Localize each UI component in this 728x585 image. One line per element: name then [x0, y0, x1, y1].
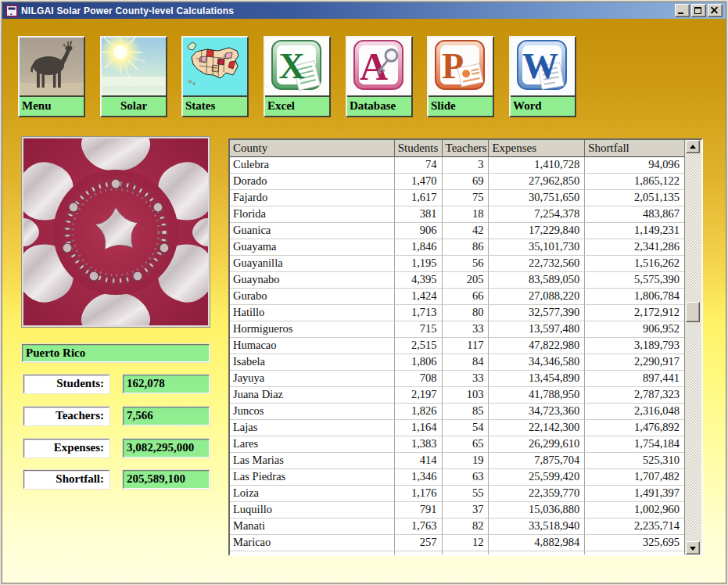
table-row[interactable]: Isabela1,8068434,346,5802,290,917	[230, 354, 684, 371]
table-row[interactable]: Hormigueros7153313,597,480906,952	[230, 321, 684, 338]
table-cell[interactable]: 42	[443, 223, 490, 239]
column-header-county[interactable]: County	[230, 140, 395, 157]
table-row[interactable]: Fajardo1,6177530,751,6502,051,135	[230, 190, 684, 206]
table-cell[interactable]: 66	[443, 289, 490, 305]
table-cell[interactable]: 483,867	[585, 206, 684, 223]
table-cell[interactable]: 82	[443, 519, 490, 535]
table-cell[interactable]: Las Piedras	[230, 469, 395, 486]
table-cell[interactable]: 1,491,397	[585, 486, 684, 502]
table-cell[interactable]: 83,589,050	[489, 272, 585, 289]
table-cell[interactable]: Maricao	[230, 535, 395, 551]
table-cell[interactable]: Guayama	[230, 239, 395, 256]
table-cell[interactable]: 3	[443, 157, 490, 174]
table-row[interactable]: Lajas1,1645422,142,3001,476,892	[230, 420, 684, 436]
table-cell[interactable]: 80	[443, 305, 490, 321]
table-cell[interactable]: 205	[443, 272, 490, 289]
table-cell[interactable]: Luquillo	[230, 502, 395, 519]
table-cell[interactable]: 791	[395, 502, 443, 519]
column-header-expenses[interactable]: Expenses	[489, 140, 585, 157]
table-row[interactable]: Guanica9064217,229,8401,149,231	[230, 223, 684, 239]
scroll-up-button[interactable]	[686, 140, 700, 153]
table-row[interactable]: Humacao2,51511747,822,9803,189,793	[230, 338, 684, 354]
table-row[interactable]: Gurabo1,4246627,088,2201,806,784	[230, 289, 684, 305]
table-cell[interactable]: 94,096	[585, 157, 684, 174]
table-cell[interactable]: Lares	[230, 436, 395, 453]
table-row[interactable]: Loiza1,1765522,359,7701,491,397	[230, 486, 684, 502]
table-cell[interactable]: 906	[395, 223, 443, 239]
table-row[interactable]: Guayama1,8468635,101,7302,341,286	[230, 239, 684, 256]
table-cell[interactable]: Juncos	[230, 404, 395, 420]
table-cell[interactable]: 37	[443, 502, 490, 519]
table-cell[interactable]: 1,826	[395, 404, 443, 420]
table-cell[interactable]: 4,882,984	[489, 535, 585, 551]
table-cell[interactable]: 25,599,420	[489, 469, 585, 486]
toolbar-button-slide[interactable]: P Slide	[427, 36, 494, 117]
table-cell[interactable]: 33	[443, 321, 490, 338]
table-row[interactable]: Culebra7431,410,72894,096	[230, 157, 684, 174]
maximize-button[interactable]	[691, 4, 706, 17]
table-cell[interactable]: 32,577,390	[489, 305, 585, 321]
table-cell[interactable]: 1,754,184	[585, 436, 684, 453]
table-cell[interactable]: 1,164	[395, 420, 443, 436]
table-row[interactable]: Luquillo7913715,036,8801,002,960	[230, 502, 684, 519]
table-cell[interactable]: 34,346,580	[489, 354, 585, 371]
scrollbar-thumb[interactable]	[686, 302, 700, 322]
table-cell[interactable]: 33,518,940	[489, 519, 585, 535]
column-header-teachers[interactable]: Teachers	[443, 140, 490, 157]
table-cell[interactable]: 35,101,730	[489, 239, 585, 256]
table-cell[interactable]: 2,341,286	[585, 239, 684, 256]
table-cell[interactable]: Loiza	[230, 486, 395, 502]
table-cell[interactable]: Hormigueros	[230, 321, 395, 338]
table-cell[interactable]: 26,299,610	[489, 436, 585, 453]
table-cell[interactable]: Manati	[230, 519, 395, 535]
table-cell[interactable]: 17,229,840	[489, 223, 585, 239]
table-cell[interactable]: 2,290,917	[585, 354, 684, 371]
table-cell[interactable]: 1,707,482	[585, 469, 684, 486]
table-cell[interactable]: Dorado	[230, 174, 395, 190]
table-cell[interactable]: 7,875,704	[489, 453, 585, 469]
table-cell[interactable]: 3,189,793	[585, 338, 684, 354]
table-cell[interactable]: 1,195	[395, 256, 443, 272]
table-cell[interactable]: 708	[395, 371, 443, 387]
table-cell[interactable]: Juana Diaz	[230, 387, 395, 404]
table-cell[interactable]: 4,395	[395, 272, 443, 289]
students-value[interactable]: 162,078	[123, 375, 210, 393]
table-cell[interactable]: 715	[395, 321, 443, 338]
table-cell[interactable]: 5,575,390	[585, 272, 684, 289]
table-cell[interactable]: Guayanilla	[230, 256, 395, 272]
table-cell[interactable]: Gurabo	[230, 289, 395, 305]
table-cell[interactable]: Fajardo	[230, 190, 395, 206]
table-cell[interactable]: 55	[443, 486, 490, 502]
table-cell[interactable]: Jayuya	[230, 371, 395, 387]
table-cell[interactable]: 2,051,135	[585, 190, 684, 206]
shortfall-value[interactable]: 205,589,100	[123, 470, 210, 489]
toolbar-button-states[interactable]: States	[181, 36, 249, 117]
table-cell[interactable]: 56	[443, 256, 490, 272]
table-cell[interactable]: 75	[443, 190, 490, 206]
table-cell[interactable]: 325,695	[585, 535, 684, 551]
table-cell[interactable]: 1,763	[395, 519, 443, 535]
minimize-button[interactable]	[675, 4, 690, 17]
table-cell[interactable]: 1,383	[395, 436, 443, 453]
table-cell[interactable]: 34,723,360	[489, 404, 585, 420]
table-row[interactable]: Maricao257124,882,984325,695	[230, 535, 684, 551]
table-cell[interactable]: 1,476,892	[585, 420, 684, 436]
table-row[interactable]: Las Piedras1,3466325,599,4201,707,482	[230, 469, 684, 486]
table-cell[interactable]: Hatillo	[230, 305, 395, 321]
table-cell[interactable]: 18	[443, 206, 490, 223]
table-cell[interactable]: 1,149,231	[585, 223, 684, 239]
table-cell[interactable]: 2,172,912	[585, 305, 684, 321]
county-table[interactable]: County Students Teachers Expenses Shortf…	[228, 138, 703, 556]
table-cell[interactable]: 1,424	[395, 289, 443, 305]
table-cell[interactable]: Guanica	[230, 223, 395, 239]
table-cell[interactable]: 1,806,784	[585, 289, 684, 305]
scroll-down-button[interactable]	[686, 541, 700, 554]
table-cell[interactable]: 1,846	[395, 239, 443, 256]
table-cell[interactable]: 525,310	[585, 453, 684, 469]
table-cell[interactable]: 22,732,560	[489, 256, 585, 272]
table-cell[interactable]: 13,454,890	[489, 371, 585, 387]
column-header-shortfall[interactable]: Shortfall	[585, 140, 684, 157]
table-cell[interactable]: Las Marias	[230, 453, 395, 469]
table-cell[interactable]: 12	[443, 535, 490, 551]
expenses-value[interactable]: 3,082,295,000	[123, 439, 210, 458]
